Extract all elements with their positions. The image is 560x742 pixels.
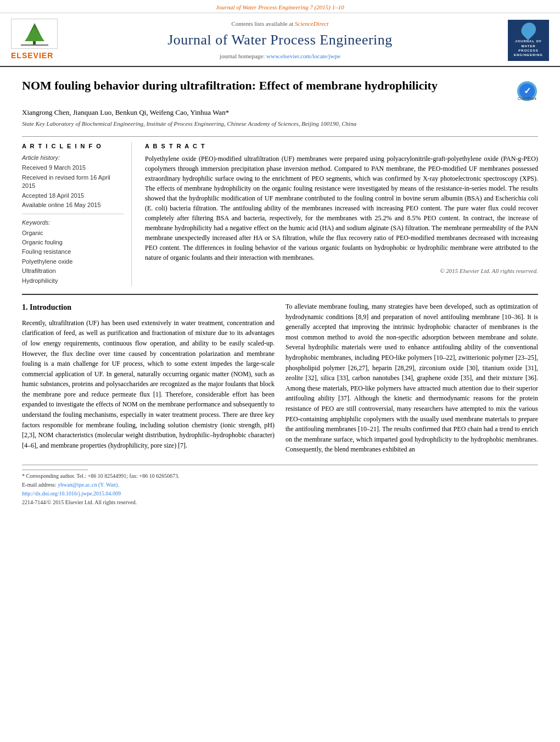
- history-label: Article history:: [22, 154, 124, 162]
- svg-marker-2: [25, 27, 44, 41]
- article-info-heading: A R T I C L E I N F O: [22, 142, 124, 150]
- keyword-6: Hydrophilicity: [22, 277, 124, 285]
- body-section: 1. Introduction Recently, ultrafiltratio…: [22, 294, 538, 459]
- footer-section: * Corresponding author. Tel.: +86 10 825…: [22, 465, 538, 506]
- keyword-4: Polyethylene oxide: [22, 258, 124, 266]
- intro-section-title: 1. Introduction: [22, 302, 275, 314]
- elsevier-logo: ELSEVIER: [11, 19, 60, 62]
- keyword-2: Organic fouling: [22, 238, 124, 247]
- keyword-1: Organic: [22, 229, 124, 237]
- revised-date: Received in revised form 16 April 2015: [22, 174, 124, 191]
- doi-line: http://dx.doi.org/10.1016/j.jwpe.2015.04…: [22, 490, 538, 498]
- authors: Xiangrong Chen, Jianquan Luo, Benkun Qi,…: [22, 108, 538, 118]
- svg-rect-3: [21, 44, 48, 46]
- body-col-left: 1. Introduction Recently, ultrafiltratio…: [22, 302, 275, 459]
- svg-text:✓: ✓: [524, 86, 531, 96]
- abstract-heading: A B S T R A C T: [145, 142, 538, 150]
- intro-para-1: Recently, ultrafiltration (UF) has been …: [22, 318, 275, 451]
- journal-homepage: journal homepage: www.elsevier.com/locat…: [66, 52, 494, 60]
- crossmark-icon: ✓ CrossMark: [516, 80, 538, 102]
- svg-text:CrossMark: CrossMark: [518, 97, 536, 101]
- copyright-bottom: 2214-7144/© 2015 Elsevier Ltd. All right…: [22, 499, 538, 506]
- abstract-text: Polyethylene oxide (PEO)-modified ultraf…: [145, 154, 538, 263]
- journal-logo-image: JOURNAL OF WATER PROCESS ENGINEERING: [508, 20, 549, 61]
- footer-divider: [22, 470, 88, 470]
- keyword-5: Ultrafiltration: [22, 267, 124, 275]
- article-content: NOM fouling behavior during ultrafiltrat…: [0, 67, 560, 513]
- footnote-author: * Corresponding author. Tel.: +86 10 825…: [22, 472, 538, 480]
- affiliation: State Key Laboratory of Biochemical Engi…: [22, 120, 538, 128]
- keywords-label: Keywords:: [22, 219, 124, 227]
- two-col-body: 1. Introduction Recently, ultrafiltratio…: [22, 302, 538, 459]
- header-center: Contents lists available at ScienceDirec…: [66, 20, 494, 61]
- footnote-email: E-mail address: yhwan@ipe.ac.cn (Y. Wan)…: [22, 481, 538, 489]
- article-info-abstract: A R T I C L E I N F O Article history: R…: [22, 136, 538, 286]
- keyword-3: Fouling resistance: [22, 248, 124, 256]
- elsevier-wordmark: ELSEVIER: [11, 51, 53, 62]
- article-info-column: A R T I C L E I N F O Article history: R…: [22, 142, 132, 286]
- elsevier-tree-icon: [11, 19, 58, 49]
- homepage-url[interactable]: www.elsevier.com/locate/jwpe: [266, 53, 340, 59]
- logo-text2: WATER PROCESS: [511, 44, 546, 53]
- abstract-column: A B S T R A C T Polyethylene oxide (PEO)…: [143, 142, 538, 286]
- logo-text3: ENGINEERING: [514, 53, 543, 57]
- sciencedirect-link[interactable]: ScienceDirect: [295, 20, 328, 27]
- header-section: ELSEVIER Contents lists available at Sci…: [0, 13, 560, 67]
- info-divider: [22, 214, 124, 214]
- article-title: NOM fouling behavior during ultrafiltrat…: [22, 78, 511, 94]
- journal-ref: Journal of Water Process Engineering 7 (…: [216, 4, 344, 10]
- contents-line: Contents lists available at ScienceDirec…: [66, 20, 494, 28]
- email-address: yhwan@ipe.ac.cn (Y. Wan).: [58, 482, 119, 488]
- accepted-date: Accepted 18 April 2015: [22, 192, 124, 200]
- copyright-line: © 2015 Elsevier Ltd. All rights reserved…: [145, 267, 538, 275]
- article-title-section: NOM fouling behavior during ultrafiltrat…: [22, 78, 538, 102]
- water-drop-icon: [518, 20, 539, 41]
- top-journal-bar: Journal of Water Process Engineering 7 (…: [0, 0, 560, 13]
- available-date: Available online 16 May 2015: [22, 201, 124, 209]
- journal-logo-box: JOURNAL OF WATER PROCESS ENGINEERING: [500, 20, 549, 61]
- body-col-right: To alleviate membrane fouling, many stra…: [285, 302, 538, 459]
- intro-para-2: To alleviate membrane fouling, many stra…: [285, 302, 538, 455]
- received-date: Received 9 March 2015: [22, 164, 124, 172]
- doi-url[interactable]: http://dx.doi.org/10.1016/j.jwpe.2015.04…: [22, 490, 121, 496]
- journal-title: Journal of Water Process Engineering: [66, 30, 494, 50]
- intro-title-text: Introduction: [30, 303, 71, 311]
